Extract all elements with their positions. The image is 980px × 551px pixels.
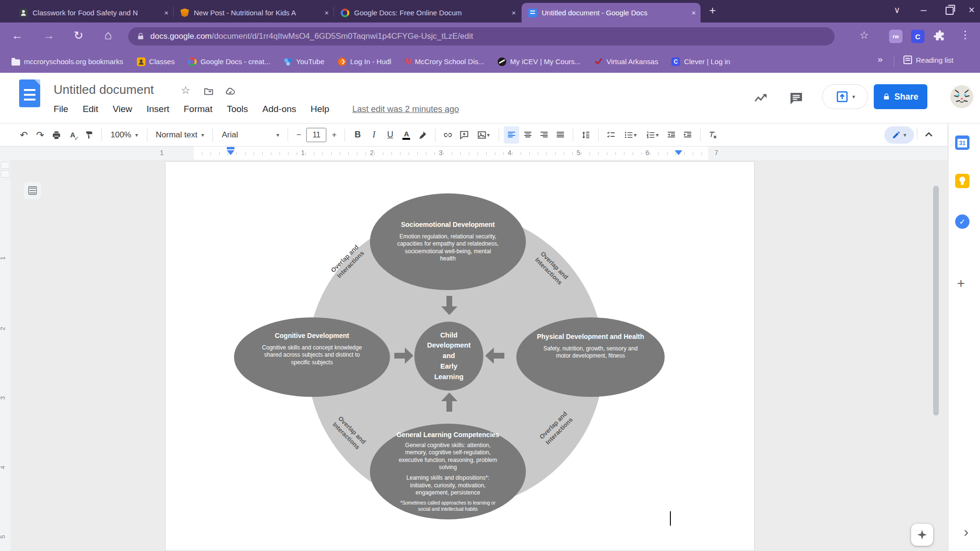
clever-extension-icon[interactable]: C	[911, 30, 924, 43]
align-right-button[interactable]	[536, 126, 552, 144]
explore-button[interactable]	[911, 524, 933, 546]
paragraph-style-select[interactable]: Normal text▾	[152, 130, 208, 140]
left-indent-marker[interactable]	[227, 150, 234, 155]
undo-button[interactable]: ↶	[16, 126, 32, 144]
insert-image-button[interactable]: ▾	[473, 126, 494, 144]
tab-close-icon[interactable]: ×	[691, 9, 696, 16]
bookmark-label: Virtual Arkansas	[606, 57, 658, 66]
tab-close-icon[interactable]: ×	[512, 9, 516, 16]
show-outline-button[interactable]	[24, 182, 41, 199]
menu-file[interactable]: File	[50, 102, 72, 116]
forward-button[interactable]: →	[43, 29, 55, 42]
tab-close-icon[interactable]: ×	[324, 9, 329, 16]
paint-format-button[interactable]	[81, 126, 97, 144]
tab-new-post[interactable]: New Post - Nutritional for Kids A ×	[174, 3, 334, 22]
bookmarks-overflow-button[interactable]: »	[878, 54, 883, 65]
home-button[interactable]: ⌂	[104, 28, 112, 43]
google-calendar-icon[interactable]: 31	[955, 135, 969, 150]
menu-edit[interactable]: Edit	[79, 102, 102, 116]
menu-help[interactable]: Help	[307, 102, 333, 116]
checklist-button[interactable]	[603, 126, 619, 144]
bookmark-icev[interactable]: My iCEV | My Cours...	[498, 57, 580, 66]
highlight-color-button[interactable]	[415, 126, 430, 144]
google-tasks-icon[interactable]: ✓	[955, 214, 969, 229]
bookmark-folder[interactable]: mccroryschools.org bookmarks	[11, 57, 123, 66]
get-addons-button[interactable]: +	[957, 276, 965, 291]
activity-dashboard-icon[interactable]	[752, 91, 769, 108]
increase-indent-button[interactable]	[680, 126, 695, 144]
menu-format[interactable]: Format	[180, 102, 216, 116]
menu-addons[interactable]: Add-ons	[258, 102, 300, 116]
menu-insert[interactable]: Insert	[143, 102, 173, 116]
bookmark-clever[interactable]: C Clever | Log in	[671, 57, 730, 66]
google-keep-icon[interactable]	[955, 174, 969, 188]
bookmark-virtual-arkansas[interactable]: Virtual Arkansas	[594, 57, 658, 66]
presentation-mode-button[interactable]: ▾	[822, 84, 868, 109]
tab-google-docs-home[interactable]: Google Docs: Free Online Docum ×	[334, 3, 521, 22]
font-select[interactable]: Arial▾	[218, 130, 283, 140]
underline-button[interactable]: U	[382, 126, 398, 144]
bookmark-youtube[interactable]: YouTube	[284, 57, 324, 66]
last-edit-link[interactable]: Last edit was 2 minutes ago	[352, 104, 459, 114]
zoom-select[interactable]: 100%▾	[107, 130, 142, 140]
account-avatar[interactable]	[950, 85, 973, 108]
menu-tools[interactable]: Tools	[223, 102, 252, 116]
bookmark-mccrory[interactable]: M McCrory School Dis...	[405, 57, 484, 66]
bookmark-google-docs[interactable]: Google Docs - creat...	[188, 57, 270, 66]
tab-untitled-document[interactable]: Untitled document - Google Docs ×	[522, 3, 701, 22]
menu-view[interactable]: View	[109, 102, 136, 116]
print-button[interactable]	[49, 126, 64, 144]
reading-list-button[interactable]: Reading list	[903, 56, 953, 64]
new-tab-button[interactable]: +	[709, 4, 716, 17]
bulleted-list-button[interactable]: ▾	[620, 126, 641, 144]
address-bar[interactable]: docs.google.com/document/d/1rr4qItwMsO4_…	[128, 27, 835, 45]
tab-classwork[interactable]: Classwork for Food Safety and N ×	[12, 3, 173, 22]
redo-button[interactable]: ↷	[33, 126, 48, 144]
hide-menus-button[interactable]	[923, 128, 935, 143]
back-button[interactable]: ←	[11, 29, 23, 42]
clear-formatting-button[interactable]	[705, 126, 721, 144]
bookmark-star-button[interactable]: ☆	[859, 29, 869, 42]
open-comments-icon[interactable]	[788, 91, 805, 108]
line-spacing-button[interactable]	[578, 126, 593, 144]
bookmark-hudl[interactable]: Log In - Hudl	[338, 57, 391, 66]
cloud-saved-icon[interactable]	[224, 86, 236, 99]
tab-search-chevron-icon[interactable]: ∨	[894, 5, 900, 15]
tab-close-icon[interactable]: ×	[164, 9, 168, 16]
bold-button[interactable]: B	[350, 126, 365, 144]
text-color-button[interactable]: A	[399, 126, 414, 144]
first-line-indent-marker[interactable]	[227, 147, 234, 149]
right-indent-marker[interactable]	[675, 150, 682, 155]
restore-window-button[interactable]	[946, 7, 954, 15]
justify-button[interactable]	[553, 126, 568, 144]
insert-link-button[interactable]	[440, 126, 456, 144]
share-button[interactable]: Share	[874, 84, 927, 109]
extensions-puzzle-icon[interactable]	[933, 30, 947, 43]
star-document-icon[interactable]: ☆	[181, 84, 190, 97]
bookmark-label: mccroryschools.org bookmarks	[24, 57, 123, 66]
spellcheck-button[interactable]: A ✓	[65, 126, 80, 144]
close-window-button[interactable]: ×	[969, 4, 975, 16]
decrease-font-size-button[interactable]: −	[293, 126, 304, 144]
editing-mode-button[interactable]: ▾	[884, 126, 914, 144]
move-to-folder-icon[interactable]	[203, 86, 214, 99]
show-side-panel-button[interactable]: ›	[964, 524, 969, 540]
vertical-scrollbar[interactable]	[933, 186, 939, 416]
align-left-button[interactable]	[504, 126, 519, 144]
top-margin-marker[interactable]	[1, 162, 10, 169]
browser-menu-icon[interactable]: ⋮	[960, 29, 970, 41]
minimize-button[interactable]: –	[921, 4, 926, 16]
document-title[interactable]: Untitled document	[54, 82, 154, 97]
font-size-field[interactable]: 11	[306, 128, 326, 142]
align-center-button[interactable]	[520, 126, 535, 144]
increase-font-size-button[interactable]: +	[328, 126, 340, 144]
header-margin-marker[interactable]	[1, 170, 10, 178]
add-comment-button[interactable]	[457, 126, 472, 144]
numbered-list-button[interactable]: ▾	[642, 126, 663, 144]
italic-button[interactable]: I	[366, 126, 381, 144]
decrease-indent-button[interactable]	[664, 126, 679, 144]
readwrite-extension-icon[interactable]: rw	[889, 30, 902, 43]
bookmark-classes[interactable]: Classes	[137, 57, 175, 66]
reload-button[interactable]: ↻	[74, 29, 83, 42]
docs-logo-icon[interactable]	[19, 79, 40, 107]
